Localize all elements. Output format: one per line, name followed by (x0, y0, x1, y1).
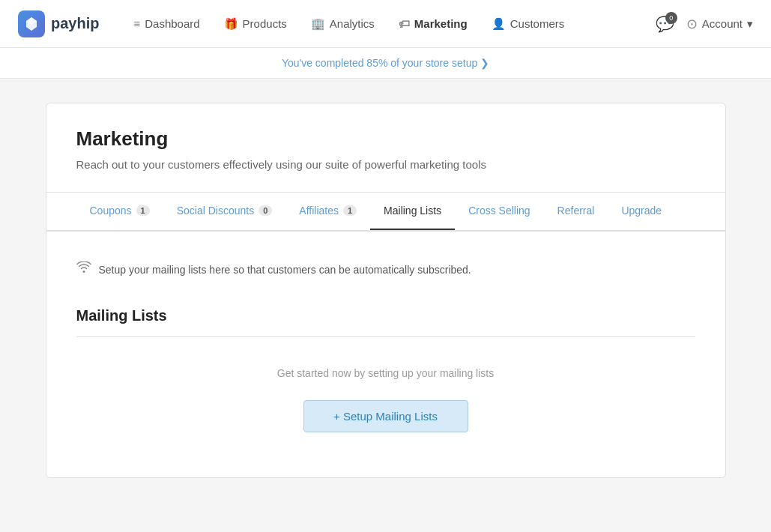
tab-cross-selling[interactable]: Cross Selling (455, 193, 543, 230)
tab-social-discounts[interactable]: Social Discounts 0 (163, 193, 286, 230)
nav-label-dashboard: Dashboard (145, 17, 199, 30)
empty-message: Get started now by setting up your maili… (76, 367, 695, 379)
account-icon: ⊙ (686, 16, 698, 32)
tab-referral[interactable]: Referral (544, 193, 608, 230)
chat-button[interactable]: 💬 0 (656, 15, 674, 33)
nav-item-customers[interactable]: 👤 Customers (481, 11, 575, 37)
header-card: Marketing Reach out to your customers ef… (46, 103, 726, 192)
tab-label-referral: Referral (557, 205, 595, 217)
tab-affiliates[interactable]: Affiliates 1 (285, 193, 370, 230)
products-icon: 🎁 (224, 17, 238, 31)
account-button[interactable]: ⊙ Account ▾ (686, 16, 753, 32)
nav-item-marketing[interactable]: 🏷 Marketing (388, 11, 478, 36)
customers-icon: 👤 (492, 17, 506, 31)
navbar: payhip ≡ Dashboard 🎁 Products 🏢 Analytic… (0, 0, 771, 48)
info-text: Setup your mailing lists here so that cu… (99, 264, 471, 276)
marketing-icon: 🏷 (399, 17, 410, 30)
page-subtitle: Reach out to your customers effectively … (76, 158, 695, 171)
tab-label-affiliates: Affiliates (299, 205, 339, 217)
dashboard-icon: ≡ (133, 17, 140, 30)
logo-link[interactable]: payhip (18, 10, 99, 37)
account-chevron-icon: ▾ (747, 17, 753, 31)
account-label: Account (702, 17, 743, 30)
nav-item-dashboard[interactable]: ≡ Dashboard (123, 11, 210, 36)
tab-label-upgrade: Upgrade (621, 205, 662, 217)
nav-item-analytics[interactable]: 🏢 Analytics (300, 11, 385, 37)
analytics-icon: 🏢 (311, 17, 325, 31)
tabs-card: Coupons 1 Social Discounts 0 Affiliates … (46, 192, 726, 231)
tab-badge-social-discounts: 0 (258, 205, 272, 216)
section-divider (76, 336, 695, 337)
tab-label-mailing-lists: Mailing Lists (384, 205, 441, 217)
wifi-icon (76, 262, 91, 277)
setup-mailing-lists-button[interactable]: + Setup Mailing Lists (303, 400, 468, 432)
tab-label-cross-selling: Cross Selling (468, 205, 530, 217)
setup-bar: You've completed 85% of your store setup… (0, 48, 771, 79)
tab-label-coupons: Coupons (90, 205, 132, 217)
nav-right: 💬 0 ⊙ Account ▾ (656, 15, 753, 33)
nav-item-products[interactable]: 🎁 Products (214, 11, 297, 37)
nav-label-customers: Customers (510, 17, 565, 30)
tab-label-social-discounts: Social Discounts (177, 205, 255, 217)
tab-badge-coupons: 1 (136, 205, 150, 216)
nav-label-products: Products (243, 17, 287, 30)
logo-icon (18, 10, 45, 37)
info-bar: Setup your mailing lists here so that cu… (76, 262, 695, 277)
tab-mailing-lists[interactable]: Mailing Lists (370, 193, 455, 230)
page-title: Marketing (76, 127, 695, 151)
nav-links: ≡ Dashboard 🎁 Products 🏢 Analytics 🏷 Mar… (123, 11, 649, 37)
tabs-bar: Coupons 1 Social Discounts 0 Affiliates … (46, 193, 725, 231)
nav-label-marketing: Marketing (414, 17, 468, 30)
nav-label-analytics: Analytics (330, 17, 375, 30)
section-title: Mailing Lists (76, 307, 695, 324)
tab-badge-affiliates: 1 (343, 205, 357, 216)
main-content: Marketing Reach out to your customers ef… (34, 103, 738, 478)
logo-text: payhip (51, 15, 99, 32)
setup-bar-link[interactable]: You've completed 85% of your store setup… (282, 57, 489, 69)
tab-upgrade[interactable]: Upgrade (608, 193, 675, 230)
tab-coupons[interactable]: Coupons 1 (76, 193, 163, 230)
content-card: Setup your mailing lists here so that cu… (46, 231, 726, 478)
chat-badge: 0 (665, 12, 677, 24)
